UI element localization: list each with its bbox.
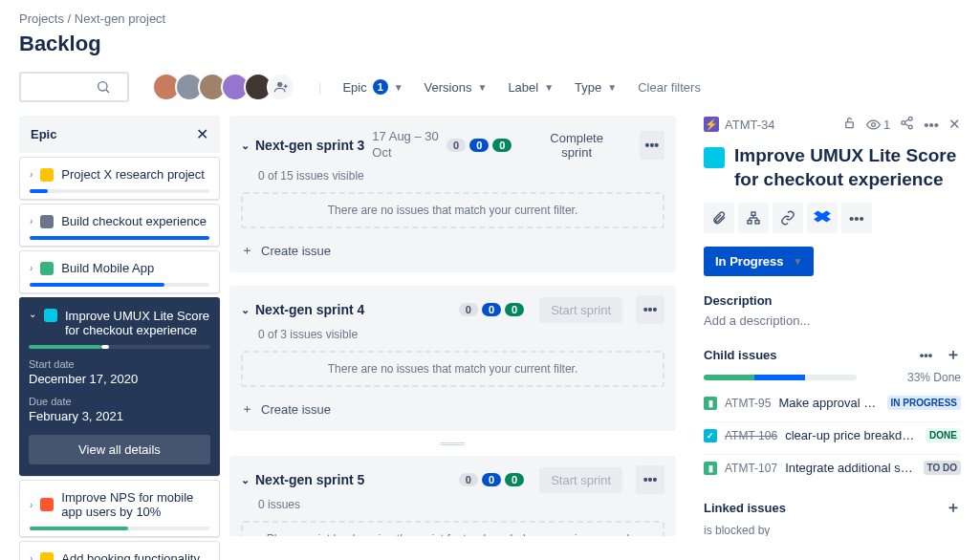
breadcrumb-current[interactable]: Next-gen project — [75, 11, 165, 26]
child-issue-row[interactable]: ▮ ATMT-95 Make approval pro... IN PROGRE… — [704, 390, 961, 416]
breadcrumb-root[interactable]: Projects — [19, 11, 64, 26]
count-todo: 0 — [446, 139, 466, 152]
splitter-handle[interactable]: ═══ — [229, 437, 676, 450]
chevron-down-icon: ▼ — [607, 82, 617, 93]
svg-rect-5 — [846, 122, 854, 128]
sprint-menu-button[interactable]: ••• — [636, 465, 664, 494]
child-key: ATMT-107 — [725, 462, 777, 475]
issue-count: 0 of 15 issues visible — [258, 169, 664, 183]
epic-label: Build checkout experience — [61, 214, 207, 228]
add-link-button[interactable]: ＋ — [946, 498, 961, 518]
view-all-details-button[interactable]: View all details — [29, 435, 210, 464]
chevron-down-icon[interactable]: ⌄ — [241, 140, 250, 152]
chevron-down-icon: ▼ — [394, 82, 403, 93]
svg-line-10 — [905, 119, 909, 122]
sprint-name[interactable]: Next-gen sprint 3 — [255, 138, 364, 153]
description-field[interactable]: Add a description... — [704, 313, 961, 328]
epic-color-icon — [40, 262, 54, 275]
chevron-down-icon: ▼ — [544, 82, 554, 93]
count-done: 0 — [505, 473, 524, 486]
child-issue-row[interactable]: ▮ ATMT-107 Integrate additional serv... … — [704, 454, 961, 481]
issue-count: 0 issues — [258, 498, 664, 511]
create-issue-button[interactable]: ＋Create issue — [241, 397, 664, 421]
chevron-right-icon: › — [30, 500, 33, 510]
due-date-label: Due date — [29, 396, 210, 407]
description-heading: Description — [704, 293, 961, 308]
clear-filters-button[interactable]: Clear filters — [638, 80, 701, 95]
breadcrumb-sep: / — [68, 11, 72, 26]
epic-item[interactable]: › Add booking functionality — [19, 541, 220, 560]
count-todo: 0 — [459, 303, 478, 316]
story-icon: ▮ — [704, 462, 717, 475]
child-summary: Integrate additional serv... — [785, 461, 915, 475]
close-icon[interactable]: ✕ — [948, 116, 961, 133]
lock-icon[interactable] — [842, 116, 857, 133]
count-inprogress: 0 — [482, 473, 501, 486]
sprint-name[interactable]: Next-gen sprint 5 — [255, 472, 364, 487]
status-dropdown[interactable]: In Progress ▼ — [704, 247, 814, 276]
add-child-button[interactable]: ＋ — [946, 346, 961, 362]
watch-icon[interactable]: 1 — [866, 118, 890, 132]
epic-item[interactable]: › Build checkout experience — [19, 204, 220, 247]
filter-epic-count: 1 — [373, 79, 388, 95]
sprint-action-button[interactable]: Start sprint — [539, 467, 622, 493]
sprint-action-button[interactable]: Complete sprint — [527, 125, 625, 165]
child-key: ATMT-106 — [725, 429, 777, 442]
epic-label: Improve UMUX Lite Score for checkout exp… — [65, 309, 210, 337]
sprint-menu-button[interactable]: ••• — [640, 131, 664, 160]
chevron-down-icon[interactable]: ⌄ — [241, 474, 250, 486]
sprint-dates: 17 Aug – 30 Oct — [372, 129, 439, 162]
svg-line-11 — [905, 123, 909, 126]
add-person-icon — [273, 79, 289, 95]
epic-item[interactable]: › Project X research project — [19, 157, 220, 200]
sprint-name[interactable]: Next-gen sprint 4 — [255, 302, 364, 317]
filter-type[interactable]: Type ▼ — [575, 80, 617, 95]
dropbox-button[interactable] — [807, 203, 838, 233]
story-icon: ✓ — [704, 429, 717, 442]
empty-drop-zone[interactable]: Plan a sprint by dragging the sprint foo… — [241, 521, 664, 536]
epic-panel-title: Epic — [31, 127, 56, 141]
more-icon[interactable]: ••• — [920, 348, 933, 362]
filter-label[interactable]: Label ▼ — [508, 80, 554, 95]
epic-item[interactable]: › Improve NPS for mobile app users by 10… — [19, 480, 220, 537]
sprint-card: ⌄Next-gen sprint 5 0 0 0 Start sprint ••… — [229, 456, 676, 536]
count-inprogress: 0 — [469, 139, 489, 152]
epic-type-icon: ⚡ — [704, 117, 719, 132]
epic-item[interactable]: › Build Mobile App — [19, 250, 220, 293]
start-date-value: December 17, 2020 — [29, 372, 210, 386]
child-issues-heading: Child issues — [704, 348, 777, 362]
epic-color-icon — [40, 168, 54, 182]
share-icon[interactable] — [900, 116, 914, 133]
sprint-card: ⌄Next-gen sprint 3 17 Aug – 30 Oct 0 0 0… — [229, 116, 676, 272]
more-icon[interactable]: ••• — [924, 117, 939, 133]
child-summary: Make approval pro... — [778, 396, 879, 410]
filter-versions[interactable]: Versions ▼ — [425, 80, 488, 95]
search-input[interactable] — [19, 72, 129, 102]
epic-item[interactable]: ⌄ Improve UMUX Lite Score for checkout e… — [19, 297, 220, 476]
child-issue-row[interactable]: ✓ ATMT-106 clear-up price breakdown DONE — [704, 421, 961, 448]
more-actions-button[interactable]: ••• — [841, 203, 872, 233]
dropbox-icon — [814, 209, 831, 226]
issue-title[interactable]: Improve UMUX Lite Score for checkout exp… — [734, 144, 961, 191]
epic-color-icon — [40, 498, 54, 511]
sprint-action-button[interactable]: Start sprint — [539, 297, 622, 323]
link-relation: is blocked by — [704, 524, 961, 536]
due-date-value: February 3, 2021 — [29, 409, 210, 423]
status-lozenge: TO DO — [924, 461, 961, 475]
count-inprogress: 0 — [482, 303, 501, 316]
issue-key[interactable]: ATMT-34 — [725, 118, 775, 132]
epic-label: Project X research project — [61, 167, 205, 182]
epic-label: Add booking functionality — [61, 551, 200, 560]
child-issue-button[interactable] — [738, 203, 769, 233]
create-issue-button[interactable]: ＋Create issue — [241, 238, 664, 263]
empty-drop-zone[interactable]: There are no issues that match your curr… — [241, 192, 664, 228]
add-person-button[interactable] — [267, 73, 295, 101]
link-button[interactable] — [773, 203, 803, 233]
empty-drop-zone[interactable]: There are no issues that match your curr… — [241, 351, 664, 387]
attach-button[interactable] — [704, 203, 734, 233]
sprint-menu-button[interactable]: ••• — [636, 295, 664, 324]
filter-epic[interactable]: Epic 1 ▼ — [342, 79, 403, 95]
chevron-down-icon[interactable]: ⌄ — [241, 304, 250, 316]
close-icon[interactable]: ✕ — [196, 125, 208, 143]
epic-color-icon — [44, 309, 57, 322]
